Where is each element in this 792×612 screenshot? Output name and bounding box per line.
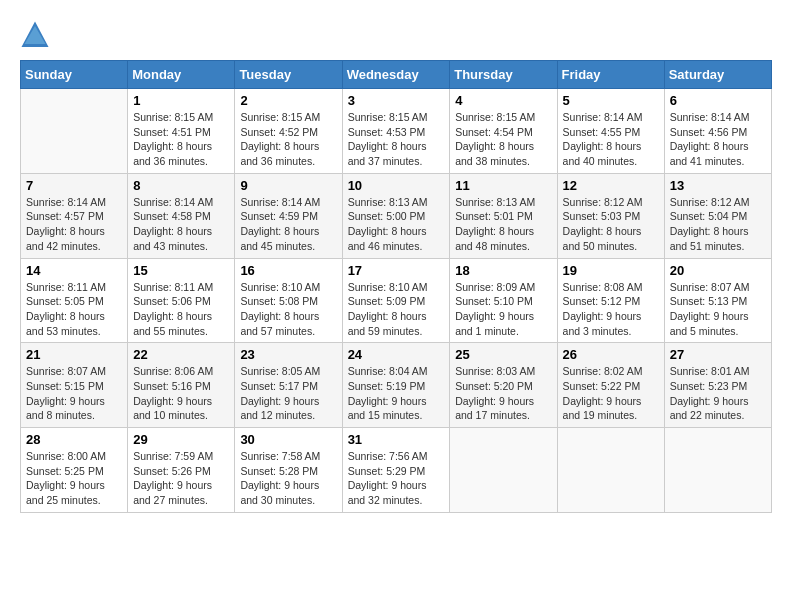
weekday-header-wednesday: Wednesday [342, 61, 450, 89]
day-number: 7 [26, 178, 122, 193]
weekday-header-saturday: Saturday [664, 61, 771, 89]
logo-icon [20, 20, 50, 50]
calendar-cell: 17Sunrise: 8:10 AMSunset: 5:09 PMDayligh… [342, 258, 450, 343]
day-number: 26 [563, 347, 659, 362]
day-number: 8 [133, 178, 229, 193]
day-info: Sunrise: 8:14 AMSunset: 4:56 PMDaylight:… [670, 110, 766, 169]
weekday-header-monday: Monday [128, 61, 235, 89]
weekday-header-tuesday: Tuesday [235, 61, 342, 89]
day-info: Sunrise: 8:01 AMSunset: 5:23 PMDaylight:… [670, 364, 766, 423]
day-number: 28 [26, 432, 122, 447]
day-number: 20 [670, 263, 766, 278]
day-info: Sunrise: 8:15 AMSunset: 4:53 PMDaylight:… [348, 110, 445, 169]
calendar-cell: 24Sunrise: 8:04 AMSunset: 5:19 PMDayligh… [342, 343, 450, 428]
day-number: 23 [240, 347, 336, 362]
calendar-cell: 12Sunrise: 8:12 AMSunset: 5:03 PMDayligh… [557, 173, 664, 258]
weekday-header-friday: Friday [557, 61, 664, 89]
calendar-cell: 5Sunrise: 8:14 AMSunset: 4:55 PMDaylight… [557, 89, 664, 174]
day-number: 11 [455, 178, 551, 193]
day-number: 27 [670, 347, 766, 362]
day-info: Sunrise: 7:58 AMSunset: 5:28 PMDaylight:… [240, 449, 336, 508]
weekday-header-thursday: Thursday [450, 61, 557, 89]
day-number: 1 [133, 93, 229, 108]
day-info: Sunrise: 8:12 AMSunset: 5:03 PMDaylight:… [563, 195, 659, 254]
day-number: 2 [240, 93, 336, 108]
day-number: 21 [26, 347, 122, 362]
calendar-cell: 29Sunrise: 7:59 AMSunset: 5:26 PMDayligh… [128, 428, 235, 513]
day-number: 14 [26, 263, 122, 278]
day-info: Sunrise: 8:07 AMSunset: 5:15 PMDaylight:… [26, 364, 122, 423]
calendar-cell: 23Sunrise: 8:05 AMSunset: 5:17 PMDayligh… [235, 343, 342, 428]
calendar-cell: 18Sunrise: 8:09 AMSunset: 5:10 PMDayligh… [450, 258, 557, 343]
week-row-3: 14Sunrise: 8:11 AMSunset: 5:05 PMDayligh… [21, 258, 772, 343]
day-number: 25 [455, 347, 551, 362]
day-info: Sunrise: 8:15 AMSunset: 4:52 PMDaylight:… [240, 110, 336, 169]
day-number: 16 [240, 263, 336, 278]
calendar-cell: 4Sunrise: 8:15 AMSunset: 4:54 PMDaylight… [450, 89, 557, 174]
day-number: 18 [455, 263, 551, 278]
week-row-4: 21Sunrise: 8:07 AMSunset: 5:15 PMDayligh… [21, 343, 772, 428]
calendar-cell: 2Sunrise: 8:15 AMSunset: 4:52 PMDaylight… [235, 89, 342, 174]
calendar-cell: 27Sunrise: 8:01 AMSunset: 5:23 PMDayligh… [664, 343, 771, 428]
day-info: Sunrise: 8:07 AMSunset: 5:13 PMDaylight:… [670, 280, 766, 339]
day-info: Sunrise: 8:14 AMSunset: 4:57 PMDaylight:… [26, 195, 122, 254]
calendar-cell [557, 428, 664, 513]
week-row-5: 28Sunrise: 8:00 AMSunset: 5:25 PMDayligh… [21, 428, 772, 513]
day-info: Sunrise: 8:05 AMSunset: 5:17 PMDaylight:… [240, 364, 336, 423]
calendar-cell [664, 428, 771, 513]
calendar-cell: 25Sunrise: 8:03 AMSunset: 5:20 PMDayligh… [450, 343, 557, 428]
day-info: Sunrise: 8:11 AMSunset: 5:05 PMDaylight:… [26, 280, 122, 339]
calendar-cell: 19Sunrise: 8:08 AMSunset: 5:12 PMDayligh… [557, 258, 664, 343]
calendar-cell: 15Sunrise: 8:11 AMSunset: 5:06 PMDayligh… [128, 258, 235, 343]
calendar-cell: 3Sunrise: 8:15 AMSunset: 4:53 PMDaylight… [342, 89, 450, 174]
day-info: Sunrise: 8:13 AMSunset: 5:01 PMDaylight:… [455, 195, 551, 254]
calendar-table: SundayMondayTuesdayWednesdayThursdayFrid… [20, 60, 772, 513]
day-info: Sunrise: 7:59 AMSunset: 5:26 PMDaylight:… [133, 449, 229, 508]
calendar-cell: 7Sunrise: 8:14 AMSunset: 4:57 PMDaylight… [21, 173, 128, 258]
day-number: 17 [348, 263, 445, 278]
day-info: Sunrise: 8:14 AMSunset: 4:55 PMDaylight:… [563, 110, 659, 169]
day-info: Sunrise: 8:14 AMSunset: 4:59 PMDaylight:… [240, 195, 336, 254]
day-info: Sunrise: 8:14 AMSunset: 4:58 PMDaylight:… [133, 195, 229, 254]
calendar-cell: 10Sunrise: 8:13 AMSunset: 5:00 PMDayligh… [342, 173, 450, 258]
day-info: Sunrise: 8:15 AMSunset: 4:54 PMDaylight:… [455, 110, 551, 169]
day-number: 9 [240, 178, 336, 193]
day-info: Sunrise: 8:12 AMSunset: 5:04 PMDaylight:… [670, 195, 766, 254]
day-number: 22 [133, 347, 229, 362]
day-info: Sunrise: 8:10 AMSunset: 5:09 PMDaylight:… [348, 280, 445, 339]
day-info: Sunrise: 8:04 AMSunset: 5:19 PMDaylight:… [348, 364, 445, 423]
day-info: Sunrise: 8:08 AMSunset: 5:12 PMDaylight:… [563, 280, 659, 339]
day-info: Sunrise: 8:00 AMSunset: 5:25 PMDaylight:… [26, 449, 122, 508]
day-number: 31 [348, 432, 445, 447]
day-number: 12 [563, 178, 659, 193]
weekday-header-sunday: Sunday [21, 61, 128, 89]
day-number: 29 [133, 432, 229, 447]
calendar-cell: 16Sunrise: 8:10 AMSunset: 5:08 PMDayligh… [235, 258, 342, 343]
day-number: 15 [133, 263, 229, 278]
page-header [20, 20, 772, 50]
day-number: 30 [240, 432, 336, 447]
calendar-cell [21, 89, 128, 174]
weekday-header-row: SundayMondayTuesdayWednesdayThursdayFrid… [21, 61, 772, 89]
day-number: 4 [455, 93, 551, 108]
calendar-cell: 14Sunrise: 8:11 AMSunset: 5:05 PMDayligh… [21, 258, 128, 343]
day-number: 5 [563, 93, 659, 108]
calendar-cell: 11Sunrise: 8:13 AMSunset: 5:01 PMDayligh… [450, 173, 557, 258]
day-number: 13 [670, 178, 766, 193]
day-number: 19 [563, 263, 659, 278]
calendar-cell: 20Sunrise: 8:07 AMSunset: 5:13 PMDayligh… [664, 258, 771, 343]
logo [20, 20, 52, 50]
day-info: Sunrise: 7:56 AMSunset: 5:29 PMDaylight:… [348, 449, 445, 508]
day-number: 24 [348, 347, 445, 362]
day-info: Sunrise: 8:02 AMSunset: 5:22 PMDaylight:… [563, 364, 659, 423]
calendar-cell: 28Sunrise: 8:00 AMSunset: 5:25 PMDayligh… [21, 428, 128, 513]
week-row-2: 7Sunrise: 8:14 AMSunset: 4:57 PMDaylight… [21, 173, 772, 258]
calendar-cell: 31Sunrise: 7:56 AMSunset: 5:29 PMDayligh… [342, 428, 450, 513]
week-row-1: 1Sunrise: 8:15 AMSunset: 4:51 PMDaylight… [21, 89, 772, 174]
calendar-cell: 9Sunrise: 8:14 AMSunset: 4:59 PMDaylight… [235, 173, 342, 258]
day-info: Sunrise: 8:13 AMSunset: 5:00 PMDaylight:… [348, 195, 445, 254]
calendar-cell: 26Sunrise: 8:02 AMSunset: 5:22 PMDayligh… [557, 343, 664, 428]
day-number: 6 [670, 93, 766, 108]
calendar-cell [450, 428, 557, 513]
day-info: Sunrise: 8:03 AMSunset: 5:20 PMDaylight:… [455, 364, 551, 423]
